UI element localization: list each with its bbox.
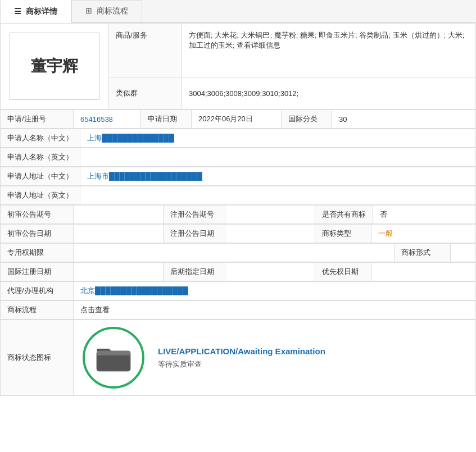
address-cn-value: 上海市██████████████████ [87, 172, 202, 180]
tab-flow[interactable]: ⊞ 商标流程 [71, 0, 142, 22]
intl-class-label: 国际分类 [282, 110, 332, 129]
shared-tm-value: 否 [380, 210, 387, 218]
intl-class-value-cell: 30 [332, 110, 476, 129]
intl-class-value: 30 [339, 115, 347, 124]
initial-pub-no-value-cell [74, 206, 164, 224]
reg-pub-date-value-cell [225, 225, 315, 243]
applicant-en-value-cell [80, 148, 476, 167]
apply-date-label: 申请日期 [141, 110, 192, 129]
goods-services-value-cell: 方便面; 大米花; 大米锅巴; 魔芋粉; 糖果; 即食玉米片; 谷类制品; 玉米… [182, 24, 476, 77]
reg-pub-no-value-cell [225, 206, 315, 224]
shared-tm-label: 是否共有商标 [315, 206, 373, 224]
similar-group-value-cell: 3004;3006;3008;3009;3010;3012; [182, 77, 476, 109]
later-designation-value-cell [225, 263, 315, 281]
similar-group-label: 类似群 [109, 77, 182, 109]
reg-no-value: 65416538 [80, 115, 113, 124]
exclusive-period-value-cell [74, 244, 395, 262]
apply-date-value-cell: 2022年06月20日 [192, 110, 282, 129]
tm-flow-value-cell: 点击查看 [74, 301, 476, 319]
applicant-en-label: 申请人名称（英文） [1, 148, 80, 167]
address-cn-value-cell: 上海市██████████████████ [80, 167, 476, 186]
tab-flow-icon: ⊞ [85, 6, 92, 15]
later-designation-label: 后期指定日期 [164, 263, 225, 281]
shared-tm-value-cell: 否 [373, 206, 476, 224]
tab-flow-label: 商标流程 [97, 6, 128, 15]
status-cn-text: 等待实质审查 [158, 359, 325, 369]
tab-detail-icon: ☰ [14, 7, 21, 16]
reg-pub-no-label: 注册公告期号 [164, 206, 225, 224]
tm-flow-label: 商标流程 [1, 301, 74, 319]
initial-pub-no-label: 初审公告期号 [1, 206, 74, 224]
priority-date-value-cell [371, 263, 476, 281]
intl-reg-date-value-cell [74, 263, 164, 281]
status-live-text: LIVE/APPLICATION/Awaiting Examination [158, 346, 325, 356]
status-text-block: LIVE/APPLICATION/Awaiting Examination 等待… [158, 346, 325, 369]
folder-icon [96, 343, 132, 372]
tab-detail-label: 商标详情 [26, 7, 57, 16]
goods-services-label: 商品/服务 [109, 24, 182, 77]
intl-reg-date-label: 国际注册日期 [1, 263, 74, 281]
address-en-label: 申请人地址（英文） [1, 186, 80, 205]
tm-type-label: 商标类型 [315, 225, 371, 243]
reg-pub-date-label: 注册公告日期 [164, 225, 225, 243]
goods-services-link[interactable]: 查看详细信息 [237, 41, 280, 49]
initial-pub-date-label: 初审公告日期 [1, 225, 74, 243]
priority-date-label: 优先权日期 [315, 263, 371, 281]
tm-status-icon-label: 商标状态图标 [1, 320, 74, 396]
agent-label: 代理/办理机构 [1, 282, 74, 300]
reg-no-value-cell: 65416538 [74, 110, 141, 129]
address-cn-label: 申请人地址（中文） [1, 167, 80, 186]
applicant-cn-value-cell: 上海██████████████ [80, 129, 476, 148]
trademark-logo: 董宇辉 [10, 33, 99, 100]
agent-value: 北京██████████████████ [80, 286, 188, 295]
tm-status-content-cell: LIVE/APPLICATION/Awaiting Examination 等待… [74, 320, 476, 396]
tm-flow-link[interactable]: 点击查看 [80, 305, 110, 314]
agent-value-cell: 北京██████████████████ [74, 282, 476, 300]
address-en-value-cell [80, 186, 476, 205]
tm-type-value-cell: 一般 [371, 225, 476, 243]
tm-form-label: 商标形式 [395, 244, 451, 262]
exclusive-period-label: 专用权期限 [1, 244, 74, 262]
goods-services-value: 方便面; 大米花; 大米锅巴; 魔芋粉; 糖果; 即食玉米片; 谷类制品; 玉米… [189, 31, 464, 49]
applicant-cn-label: 申请人名称（中文） [1, 129, 80, 148]
detail-content: 董宇辉 商品/服务 方便面; 大米花; 大米锅巴; 魔芋粉; 糖果; 即食玉米片… [0, 23, 476, 396]
status-icon-circle [83, 327, 144, 389]
initial-pub-date-value-cell [74, 225, 164, 243]
tab-detail[interactable]: ☰ 商标详情 [0, 0, 71, 23]
apply-date-value: 2022年06月20日 [198, 115, 253, 123]
tab-bar: ☰ 商标详情 ⊞ 商标流程 [0, 0, 476, 23]
tm-form-value-cell [451, 244, 476, 262]
applicant-cn-value: 上海██████████████ [87, 134, 174, 142]
similar-group-value: 3004;3006;3008;3009;3010;3012; [189, 89, 298, 98]
reg-no-label: 申请/注册号 [1, 110, 74, 129]
tm-type-value: 一般 [378, 229, 393, 238]
